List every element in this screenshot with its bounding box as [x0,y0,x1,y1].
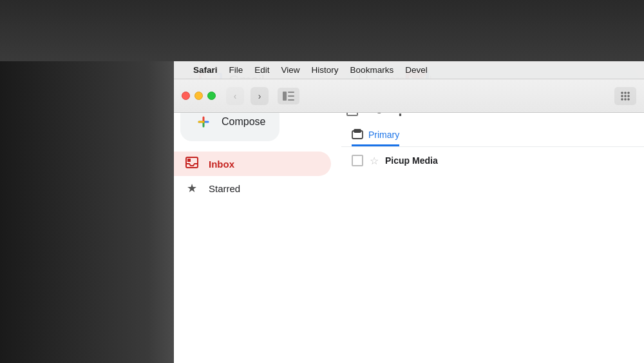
nav-starred[interactable]: ★ Starred [174,176,331,201]
starred-label: Starred [209,183,240,194]
nav-inbox[interactable]: Inbox [174,152,331,176]
svg-point-9 [627,95,630,97]
svg-point-8 [624,95,627,97]
svg-point-5 [624,92,627,94]
grid-button[interactable] [614,87,636,105]
svg-point-10 [621,98,623,101]
email-row[interactable]: ☆ Picup Media [341,147,644,174]
compose-plus-icon [194,113,213,131]
svg-point-6 [627,92,630,94]
email-sender: Picup Media [385,155,438,166]
inbox-svg-icon [185,157,198,168]
forward-button[interactable]: › [251,87,269,105]
primary-tab-label: Primary [368,130,399,140]
svg-point-7 [621,95,623,97]
laptop-top-bezel [0,0,644,61]
svg-rect-23 [187,159,191,162]
primary-tab-icon [352,129,363,141]
email-checkbox[interactable] [352,155,363,166]
star-icon: ★ [185,181,198,195]
primary-tab[interactable]: Primary [352,125,399,146]
svg-rect-1 [288,92,294,93]
grid-icon [620,91,630,101]
inbox-icon [185,157,198,172]
inbox-tabs: Primary [341,120,644,147]
minimize-button[interactable] [194,92,203,100]
sidebar-toggle-button[interactable] [278,88,299,104]
email-star-icon[interactable]: ☆ [370,155,379,167]
maximize-button[interactable] [207,92,216,100]
menu-history[interactable]: History [312,65,339,75]
menubar: Safari File Edit View History Bookmarks … [174,61,644,79]
inbox-label: Inbox [209,159,234,170]
menu-file[interactable]: File [229,65,243,75]
menu-view[interactable]: View [281,65,300,75]
back-icon: ‹ [234,91,237,101]
menu-bookmarks[interactable]: Bookmarks [350,65,394,75]
svg-rect-0 [283,92,287,101]
svg-rect-2 [288,95,294,97]
svg-rect-3 [288,99,294,101]
browser-toolbar: ‹ › [174,79,644,113]
back-button[interactable]: ‹ [226,87,244,105]
compose-label: Compose [222,116,265,128]
menu-safari[interactable]: Safari [193,65,218,75]
forward-icon: › [258,91,261,101]
close-button[interactable] [182,92,190,100]
menu-develop[interactable]: Devel [405,65,428,75]
svg-point-11 [624,98,627,101]
menu-edit[interactable]: Edit [254,65,269,75]
svg-point-12 [627,98,630,101]
sidebar-icon [283,92,294,101]
traffic-lights [182,92,216,100]
svg-point-4 [621,92,623,94]
